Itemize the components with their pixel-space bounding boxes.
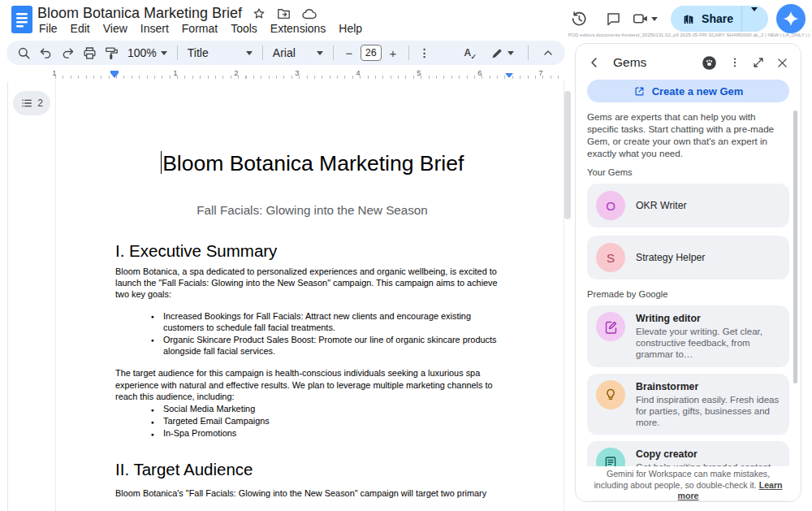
chevron-down-icon xyxy=(508,51,514,55)
gem-name: Strategy Helper xyxy=(636,252,705,263)
print-icon xyxy=(82,45,97,61)
menu-tools[interactable]: Tools xyxy=(224,21,264,36)
paint-roller-icon xyxy=(104,45,119,61)
create-gem-label: Create a new Gem xyxy=(652,85,744,97)
font-value: Arial xyxy=(273,46,296,59)
share-dropdown[interactable] xyxy=(744,11,765,26)
menu-edit[interactable]: Edit xyxy=(64,21,97,36)
gem-desc: Find inspiration easily. Fresh ideas for… xyxy=(636,394,780,429)
share-button[interactable]: Share xyxy=(671,6,768,32)
edit-square-icon xyxy=(596,312,625,341)
doc-heading-2[interactable]: II. Target Audience xyxy=(115,460,509,479)
zoom-select[interactable]: 100% xyxy=(123,46,172,59)
gem-name: OKR Writer xyxy=(636,200,687,211)
decrease-font-size-button[interactable]: − xyxy=(339,42,360,63)
comments-button[interactable] xyxy=(598,3,628,34)
search-menus-button[interactable] xyxy=(13,42,34,63)
join-call-button[interactable] xyxy=(632,10,663,28)
redo-button[interactable] xyxy=(57,42,78,63)
docs-logo[interactable] xyxy=(11,6,32,33)
font-size-input[interactable]: 26 xyxy=(361,45,382,61)
version-history-button[interactable] xyxy=(564,3,594,34)
create-gem-button[interactable]: Create a new Gem xyxy=(587,80,789,102)
undo-icon xyxy=(38,45,54,61)
doc-paragraph[interactable]: Bloom Botanica, a spa dedicated to perso… xyxy=(115,266,509,301)
chevron-down-icon xyxy=(246,51,253,55)
menu-view[interactable]: View xyxy=(97,21,134,36)
gem-card-okr-writer[interactable]: O OKR Writer xyxy=(587,184,789,227)
list-item[interactable]: Organic Skincare Product Sales Boost: Pr… xyxy=(163,334,509,357)
doc-paragraph[interactable]: The target audience for this campaign is… xyxy=(115,367,509,402)
redo-icon xyxy=(60,45,76,61)
gem-card-strategy-helper[interactable]: S Strategy Helper xyxy=(587,236,789,279)
pen-icon xyxy=(490,46,504,60)
back-icon[interactable] xyxy=(587,55,602,70)
right-indent-marker[interactable] xyxy=(505,73,513,78)
doc-subtitle-text[interactable]: Fall Facials: Glowing into the New Seaso… xyxy=(115,203,509,217)
list-item[interactable]: Social Media Marketing xyxy=(163,403,509,415)
divider xyxy=(177,45,178,60)
pen-tools-select[interactable] xyxy=(486,46,519,60)
gems-description: Gems are experts that can help you with … xyxy=(587,110,789,159)
gem-card-brainstormer[interactable]: Brainstormer Find inspiration easily. Fr… xyxy=(587,374,789,435)
chevron-down-icon xyxy=(651,17,658,21)
gem-name: Brainstormer xyxy=(636,381,780,392)
menu-extensions[interactable]: Extensions xyxy=(264,21,332,36)
vertical-ruler xyxy=(7,83,8,511)
menu-insert[interactable]: Insert xyxy=(134,21,175,36)
ruler-number: 2 xyxy=(234,68,238,77)
list-item[interactable]: In-Spa Promotions xyxy=(163,427,509,440)
building-icon xyxy=(682,12,695,25)
move-folder-icon[interactable] xyxy=(276,6,292,21)
doc-bullet-list: Increased Bookings for Fall Facials: Att… xyxy=(115,310,509,357)
paint-format-button[interactable] xyxy=(101,42,122,63)
more-vert-icon[interactable] xyxy=(728,56,741,69)
menu-format[interactable]: Format xyxy=(175,21,224,36)
gemini-button[interactable] xyxy=(776,4,806,33)
menu-help[interactable]: Help xyxy=(332,21,369,36)
avatar: S xyxy=(596,243,625,272)
list-item[interactable]: Targeted Email Campaigns xyxy=(163,415,509,427)
more-options-button[interactable]: ⋮ xyxy=(414,42,435,63)
doc-paragraph[interactable]: Bloom Botanica's "Fall Facials: Glowing … xyxy=(115,487,509,499)
print-button[interactable] xyxy=(79,42,100,63)
divider xyxy=(528,45,529,60)
videocam-icon xyxy=(632,10,650,28)
gem-card-writing-editor[interactable]: Writing editor Elevate your writing. Get… xyxy=(587,305,789,367)
ruler-number: 6 xyxy=(477,68,482,77)
history-icon xyxy=(570,10,588,28)
spelling-suggestions-button[interactable]: A✓ xyxy=(457,42,478,63)
doc-heading-1[interactable]: I. Executive Summary xyxy=(115,241,509,261)
document-scrollbar[interactable] xyxy=(564,91,571,219)
avatar: O xyxy=(596,191,625,220)
cloud-saved-icon[interactable] xyxy=(301,6,317,22)
divider xyxy=(741,6,742,32)
chevron-down-icon xyxy=(317,51,323,55)
doc-title-text[interactable]: Bloom Botanica Marketing Brief xyxy=(115,149,509,177)
left-indent-marker[interactable] xyxy=(110,71,119,78)
open-in-full-icon[interactable] xyxy=(752,56,765,69)
increase-font-size-button[interactable]: + xyxy=(382,42,404,63)
divider xyxy=(333,45,334,60)
gemini-sparkle-icon xyxy=(782,10,800,28)
menu-file[interactable]: File xyxy=(32,21,64,36)
comment-icon xyxy=(605,11,622,28)
star-icon[interactable] xyxy=(252,6,266,21)
divider xyxy=(408,45,409,60)
gems-side-panel: Gems Create a new Gem Gems are experts t… xyxy=(575,43,801,502)
font-family-select[interactable]: Arial xyxy=(268,46,328,59)
search-icon xyxy=(16,45,32,61)
undo-button[interactable] xyxy=(35,42,56,63)
document-outline-button[interactable]: 2 xyxy=(13,91,50,115)
list-item[interactable]: Increased Bookings for Fall Facials: Att… xyxy=(163,310,509,333)
close-icon[interactable] xyxy=(775,56,789,70)
collapse-toolbar-icon xyxy=(542,46,555,59)
hide-menus-button[interactable] xyxy=(538,42,559,63)
paw-icon[interactable] xyxy=(701,54,718,71)
panel-title: Gems xyxy=(613,55,646,70)
panel-scrollbar[interactable] xyxy=(793,110,797,383)
paragraph-style-select[interactable]: Title xyxy=(183,46,257,59)
text-cursor xyxy=(161,151,162,174)
document-title[interactable]: Bloom Botanica Marketing Brief xyxy=(37,5,242,22)
document-page[interactable]: Bloom Botanica Marketing Brief Fall Faci… xyxy=(55,80,564,511)
